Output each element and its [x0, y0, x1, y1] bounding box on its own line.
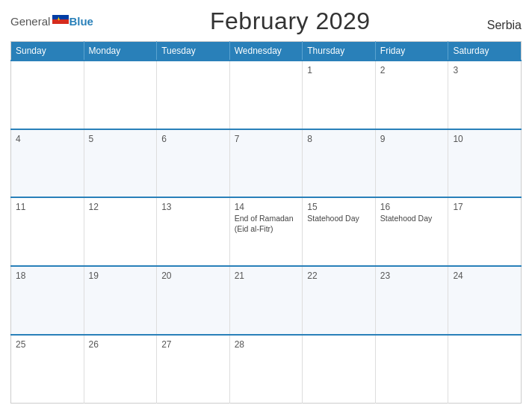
day-event: End of Ramadan (Eid al-Fitr): [235, 214, 298, 234]
calendar-day-cell: 21: [229, 266, 303, 335]
day-number: 7: [235, 134, 298, 144]
day-number: 19: [89, 271, 152, 281]
calendar-day-cell: 1: [303, 61, 376, 129]
day-number: 6: [161, 134, 225, 144]
calendar-table: SundayMondayTuesdayWednesdayThursdayFrid…: [10, 41, 522, 404]
calendar-body: 1234567891011121314End of Ramadan (Eid a…: [11, 61, 522, 404]
calendar-day-cell: 16Statehood Day: [375, 197, 448, 266]
day-number: 21: [235, 271, 298, 281]
calendar-day-cell: 22: [303, 266, 376, 335]
day-number: 10: [453, 134, 516, 144]
logo-blue-text: Blue: [69, 15, 93, 28]
calendar-day-cell: [303, 335, 376, 404]
day-number: 5: [89, 134, 152, 144]
weekday-header: Thursday: [303, 42, 376, 61]
calendar-header: SundayMondayTuesdayWednesdayThursdayFrid…: [11, 42, 522, 61]
calendar-day-cell: 5: [84, 129, 157, 198]
day-number: 22: [307, 271, 371, 281]
calendar-day-cell: 28: [229, 335, 303, 404]
weekday-header: Saturday: [448, 42, 522, 61]
calendar-day-cell: [375, 335, 448, 404]
day-event: Statehood Day: [380, 214, 444, 224]
calendar-day-cell: 8: [303, 129, 376, 198]
calendar-day-cell: 4: [11, 129, 84, 198]
logo: General Blue: [10, 15, 93, 28]
day-number: 24: [453, 271, 516, 281]
calendar-day-cell: [11, 61, 84, 129]
calendar-week-row: 18192021222324: [11, 266, 522, 335]
svg-rect-2: [52, 24, 69, 28]
day-number: 25: [16, 339, 79, 350]
calendar-day-cell: 24: [448, 266, 522, 335]
day-number: 26: [89, 339, 152, 350]
logo-flag-icon: [52, 15, 69, 28]
country-label: Serbia: [487, 19, 522, 35]
logo-general-text: General: [10, 15, 50, 28]
day-number: 14: [235, 202, 298, 212]
calendar-day-cell: 15Statehood Day: [303, 197, 376, 266]
calendar-page: General Blue February 2029 Serbia Sunday…: [0, 0, 532, 411]
calendar-day-cell: [157, 61, 230, 129]
svg-rect-1: [52, 19, 69, 24]
calendar-day-cell: [448, 335, 522, 404]
calendar-day-cell: 18: [11, 266, 84, 335]
day-number: 23: [380, 271, 444, 281]
day-number: 9: [380, 134, 444, 144]
calendar-day-cell: [229, 61, 303, 129]
calendar-day-cell: 7: [229, 129, 303, 198]
calendar-day-cell: 27: [157, 335, 230, 404]
weekday-header: Friday: [375, 42, 448, 61]
day-number: 20: [161, 271, 225, 281]
weekday-header: Sunday: [11, 42, 84, 61]
header: General Blue February 2029 Serbia: [10, 7, 522, 38]
calendar-week-row: 25262728: [11, 335, 522, 404]
day-number: 2: [380, 65, 444, 75]
day-number: 3: [453, 65, 516, 75]
day-number: 28: [235, 339, 298, 350]
weekday-header: Monday: [84, 42, 157, 61]
calendar-day-cell: [84, 61, 157, 129]
calendar-day-cell: 26: [84, 335, 157, 404]
calendar-day-cell: 9: [375, 129, 448, 198]
calendar-day-cell: 17: [448, 197, 522, 266]
day-number: 12: [89, 202, 152, 212]
day-number: 8: [307, 134, 371, 144]
day-number: 15: [307, 202, 371, 212]
calendar-day-cell: 25: [11, 335, 84, 404]
calendar-week-row: 45678910: [11, 129, 522, 198]
calendar-day-cell: 20: [157, 266, 230, 335]
calendar-day-cell: 2: [375, 61, 448, 129]
calendar-day-cell: 11: [11, 197, 84, 266]
day-number: 1: [307, 65, 371, 75]
weekday-header: Wednesday: [229, 42, 303, 61]
calendar-day-cell: 14End of Ramadan (Eid al-Fitr): [229, 197, 303, 266]
calendar-day-cell: 19: [84, 266, 157, 335]
calendar-week-row: 11121314End of Ramadan (Eid al-Fitr)15St…: [11, 197, 522, 266]
day-number: 11: [16, 202, 79, 212]
month-title: February 2029: [210, 7, 371, 35]
day-number: 18: [16, 271, 79, 281]
weekday-row: SundayMondayTuesdayWednesdayThursdayFrid…: [11, 42, 522, 61]
day-number: 13: [161, 202, 225, 212]
calendar-week-row: 123: [11, 61, 522, 129]
day-number: 16: [380, 202, 444, 212]
svg-rect-0: [52, 15, 69, 19]
calendar-day-cell: 12: [84, 197, 157, 266]
day-number: 17: [453, 202, 516, 212]
day-number: 27: [161, 339, 225, 350]
weekday-header: Tuesday: [157, 42, 230, 61]
calendar-day-cell: 10: [448, 129, 522, 198]
day-event: Statehood Day: [307, 214, 371, 224]
calendar-day-cell: 13: [157, 197, 230, 266]
day-number: 4: [16, 134, 79, 144]
calendar-day-cell: 23: [375, 266, 448, 335]
calendar-day-cell: 3: [448, 61, 522, 129]
calendar-day-cell: 6: [157, 129, 230, 198]
